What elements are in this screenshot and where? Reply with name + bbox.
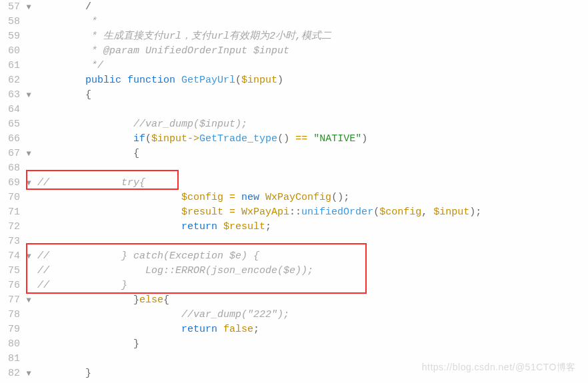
code-content[interactable]: $result = WxPayApi::unifiedOrder($config… — [35, 205, 588, 220]
token: $input — [433, 206, 469, 218]
fold-toggle-icon — [23, 234, 35, 249]
line-number: 65 — [0, 117, 23, 132]
code-content[interactable]: // } catch(Exception $e) { — [35, 249, 588, 264]
code-line[interactable]: 68 — [0, 161, 588, 176]
line-number: 66 — [0, 132, 23, 147]
token: ( — [373, 206, 379, 218]
token: $config — [379, 206, 421, 218]
token: new — [241, 192, 265, 203]
line-number: 75 — [0, 264, 23, 278]
fold-toggle-icon — [23, 29, 35, 44]
code-line[interactable]: 70 $config = new WxPayConfig(); — [0, 191, 588, 205]
code-content[interactable]: { — [35, 88, 588, 103]
token: ); — [469, 206, 481, 218]
code-content[interactable] — [35, 103, 588, 117]
line-number: 71 — [0, 205, 23, 220]
code-content[interactable]: //var_dump($input); — [35, 117, 588, 132]
token: { — [163, 294, 169, 306]
code-content[interactable]: public function GetPayUrl($input) — [35, 73, 588, 88]
fold-toggle-icon[interactable]: ▼ — [23, 88, 35, 103]
code-content[interactable] — [35, 352, 588, 366]
code-content[interactable]: // } — [35, 278, 588, 293]
code-line[interactable]: 59 * 生成直接支付url，支付url有效期为2小时,模式二 — [0, 29, 588, 44]
code-content[interactable]: return $result; — [35, 220, 588, 234]
code-line[interactable]: 65 //var_dump($input); — [0, 117, 588, 132]
token: * 生成直接支付url，支付url有效期为2小时,模式二 — [85, 31, 331, 42]
token: //var_dump($input); — [133, 119, 247, 130]
token: //var_dump("222"); — [181, 309, 289, 320]
fold-toggle-icon[interactable]: ▼ — [23, 366, 35, 381]
token: / — [85, 1, 91, 13]
code-content[interactable]: * — [35, 15, 588, 29]
code-content[interactable]: // Log::ERROR(json_encode($e)); — [35, 264, 588, 278]
token: // Log::ERROR(json_encode($e)); — [37, 265, 313, 276]
code-content[interactable]: * 生成直接支付url，支付url有效期为2小时,模式二 — [35, 29, 588, 44]
line-number: 70 — [0, 191, 23, 205]
fold-toggle-icon[interactable]: ▼ — [23, 293, 35, 308]
code-content[interactable]: } — [35, 366, 588, 381]
token: unifiedOrder — [301, 206, 373, 218]
code-content[interactable]: // try{ — [35, 176, 588, 191]
code-line[interactable]: 82▼ } — [0, 366, 588, 381]
fold-toggle-icon — [23, 161, 35, 176]
fold-toggle-icon — [23, 205, 35, 220]
code-content[interactable]: $config = new WxPayConfig(); — [35, 191, 588, 205]
code-line[interactable]: 72 return $result; — [0, 220, 588, 234]
code-content[interactable]: } — [35, 337, 588, 352]
code-line[interactable]: 57▼ / — [0, 0, 588, 15]
fold-toggle-icon — [23, 264, 35, 278]
code-content[interactable]: }else{ — [35, 293, 588, 308]
line-number: 64 — [0, 103, 23, 117]
code-line[interactable]: 64 — [0, 103, 588, 117]
code-line[interactable]: 61 */ — [0, 59, 588, 73]
code-line[interactable]: 63▼ { — [0, 88, 588, 103]
line-number: 63 — [0, 88, 23, 103]
code-line[interactable]: 62 public function GetPayUrl($input) — [0, 73, 588, 88]
code-line[interactable]: 66 if($input->GetTrade_type() == "NATIVE… — [0, 132, 588, 147]
code-line[interactable]: 76 // } — [0, 278, 588, 293]
fold-toggle-icon[interactable]: ▼ — [23, 0, 35, 15]
code-line[interactable]: 77▼ }else{ — [0, 293, 588, 308]
code-line[interactable]: 80 } — [0, 337, 588, 352]
code-content[interactable]: //var_dump("222"); — [35, 308, 588, 322]
code-editor[interactable]: 57▼ /58 *59 * 生成直接支付url，支付url有效期为2小时,模式二… — [0, 0, 588, 381]
code-content[interactable]: / — [35, 0, 588, 15]
code-line[interactable]: 71 $result = WxPayApi::unifiedOrder($con… — [0, 205, 588, 220]
fold-toggle-icon[interactable]: ▼ — [23, 176, 35, 191]
token: $input — [241, 75, 277, 86]
code-content[interactable] — [35, 234, 588, 249]
code-line[interactable]: 79 return false; — [0, 322, 588, 337]
code-line[interactable]: 74▼// } catch(Exception $e) { — [0, 249, 588, 264]
code-line[interactable]: 67▼ { — [0, 147, 588, 161]
token: * @param UnifiedOrderInput $input — [85, 45, 289, 57]
code-content[interactable]: if($input->GetTrade_type() == "NATIVE") — [35, 132, 588, 147]
token: GetPayUrl — [181, 75, 235, 86]
code-line[interactable]: 81 — [0, 352, 588, 366]
token: } — [85, 368, 91, 379]
fold-toggle-icon[interactable]: ▼ — [23, 249, 35, 264]
token: ; — [253, 324, 259, 335]
code-line[interactable]: 60 * @param UnifiedOrderInput $input — [0, 44, 588, 59]
code-content[interactable]: { — [35, 147, 588, 161]
code-line[interactable]: 78 //var_dump("222"); — [0, 308, 588, 322]
code-content[interactable]: */ — [35, 59, 588, 73]
line-number: 67 — [0, 147, 23, 161]
token: $input — [151, 133, 187, 145]
code-line[interactable]: 69▼// try{ — [0, 176, 588, 191]
code-content[interactable] — [35, 161, 588, 176]
token: ) — [277, 75, 283, 86]
token: WxPayApi — [241, 206, 289, 218]
line-number: 79 — [0, 322, 23, 337]
code-line[interactable]: 75 // Log::ERROR(json_encode($e)); — [0, 264, 588, 278]
code-content[interactable]: * @param UnifiedOrderInput $input — [35, 44, 588, 59]
line-number: 68 — [0, 161, 23, 176]
line-number: 61 — [0, 59, 23, 73]
fold-toggle-icon — [23, 352, 35, 366]
fold-toggle-icon[interactable]: ▼ — [23, 147, 35, 161]
code-line[interactable]: 58 * — [0, 15, 588, 29]
code-line[interactable]: 73 — [0, 234, 588, 249]
fold-toggle-icon — [23, 337, 35, 352]
token: , — [421, 206, 433, 218]
token: ; — [265, 221, 271, 232]
code-content[interactable]: return false; — [35, 322, 588, 337]
